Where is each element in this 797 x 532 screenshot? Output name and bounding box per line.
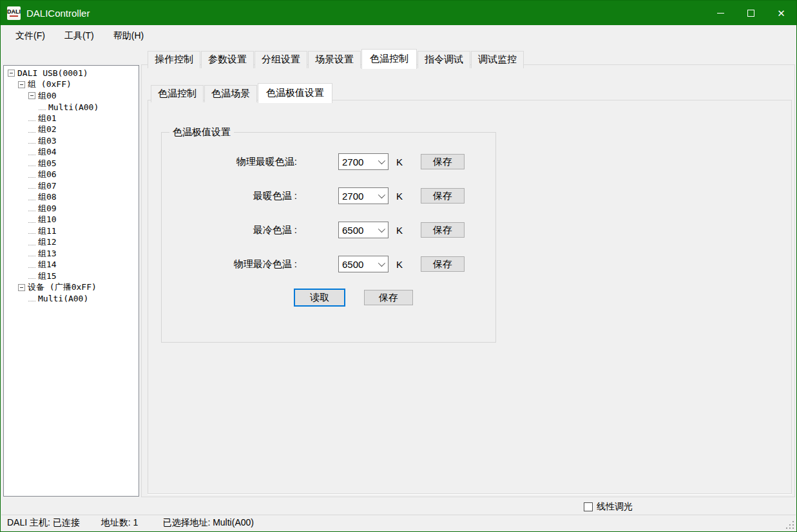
maximize-icon bbox=[747, 10, 754, 17]
tree-node[interactable]: 组12 bbox=[4, 237, 139, 249]
main-tab[interactable]: 参数设置 bbox=[201, 51, 254, 68]
tree-node[interactable]: 组13 bbox=[4, 248, 139, 260]
cct-value-combobox[interactable]: 6500 bbox=[338, 256, 389, 272]
status-address-count: 地址数: 1 bbox=[101, 517, 139, 529]
cct-value-combobox[interactable]: 6500 bbox=[338, 222, 389, 238]
tree-node[interactable]: 组06 bbox=[4, 169, 139, 181]
tree-collapse-icon[interactable] bbox=[8, 70, 15, 77]
cct-field-label: 最冷色温 : bbox=[162, 224, 297, 236]
tree-node[interactable]: 组04 bbox=[4, 147, 139, 158]
main-tab-label: 操作控制 bbox=[155, 53, 193, 64]
read-button[interactable]: 读取 bbox=[295, 290, 344, 305]
resize-grip[interactable] bbox=[786, 521, 794, 529]
tree-node-label: 组01 bbox=[38, 113, 57, 124]
menu-item[interactable]: 工具(T) bbox=[55, 25, 104, 47]
tree-node[interactable]: 组14 bbox=[4, 260, 139, 271]
tree-node-label: 组00 bbox=[38, 90, 57, 102]
tree-node[interactable]: 组01 bbox=[4, 113, 139, 124]
app-icon-letters: DALI bbox=[7, 9, 21, 15]
main-tab[interactable]: 场景设置 bbox=[308, 51, 361, 68]
cct-field-label: 物理最冷色温 : bbox=[162, 258, 297, 271]
tree-branch-line bbox=[28, 262, 35, 268]
row-save-button[interactable]: 保存 bbox=[421, 188, 465, 204]
menu-item-label: 文件(F) bbox=[15, 30, 45, 42]
tree-node[interactable]: 设备 (广播0xFF) bbox=[4, 282, 139, 294]
main-tab[interactable]: 分组设置 bbox=[254, 51, 307, 68]
minimize-button[interactable] bbox=[706, 1, 736, 25]
tree-branch-line bbox=[28, 251, 35, 256]
tree-branch-line bbox=[28, 160, 35, 166]
tree-branch-line bbox=[28, 172, 35, 178]
main-tab-strip: 操作控制 参数设置 分组设置 场景设置 色温控制 指令调试 调试监控 bbox=[148, 49, 524, 68]
cct-field-label: 物理最暖色温: bbox=[162, 156, 297, 168]
tree-node-label: 组 (0xFF) bbox=[28, 79, 72, 90]
tree-node-label: 组05 bbox=[38, 158, 57, 169]
tree-node[interactable]: 组15 bbox=[4, 271, 139, 282]
cct-value-combobox[interactable]: 2700 bbox=[338, 153, 389, 170]
tree-node[interactable]: 组09 bbox=[4, 203, 139, 214]
cct-subtab[interactable]: 色温极值设置 bbox=[258, 83, 332, 103]
main-tab-label: 调试监控 bbox=[478, 53, 517, 64]
row-save-button[interactable]: 保存 bbox=[421, 222, 465, 238]
tree-branch-line bbox=[28, 195, 35, 200]
combobox-value: 2700 bbox=[342, 157, 378, 167]
main-tab[interactable]: 指令调试 bbox=[418, 51, 470, 68]
tree-branch-line bbox=[39, 104, 46, 110]
tree-node-label: 设备 (广播0xFF) bbox=[28, 281, 97, 293]
main-tab[interactable]: 操作控制 bbox=[148, 51, 200, 68]
tree-node[interactable]: 组07 bbox=[4, 180, 139, 192]
combobox-value: 6500 bbox=[342, 225, 378, 236]
tree-node[interactable]: DALI USB(0001) bbox=[4, 68, 139, 79]
tree-node[interactable]: 组11 bbox=[4, 225, 139, 237]
maximize-button[interactable] bbox=[736, 1, 766, 25]
tree-branch-line bbox=[28, 115, 35, 121]
tree-node[interactable]: 组00 bbox=[4, 90, 139, 102]
tree-node-label: 组10 bbox=[38, 214, 57, 225]
menu-item[interactable]: 帮助(H) bbox=[104, 25, 153, 47]
menu-item[interactable]: 文件(F) bbox=[6, 25, 55, 47]
main-tab[interactable]: 色温控制 bbox=[361, 49, 417, 69]
cct-value-combobox[interactable]: 2700 bbox=[338, 187, 389, 204]
row-save-button[interactable]: 保存 bbox=[421, 154, 465, 169]
tree-node-label: 组11 bbox=[38, 225, 57, 237]
cct-subtab[interactable]: 色温控制 bbox=[151, 85, 204, 102]
tree-node[interactable]: 组10 bbox=[4, 214, 139, 226]
kelvin-unit-label: K bbox=[396, 225, 405, 236]
save-all-button[interactable]: 保存 bbox=[364, 290, 413, 305]
titlebar[interactable]: DALI DALIController ✕ bbox=[1, 1, 796, 25]
tree-node[interactable]: 组08 bbox=[4, 192, 139, 204]
linear-dimming-checkbox[interactable] bbox=[584, 502, 593, 511]
tree-node[interactable]: Multi(A00) bbox=[4, 102, 139, 113]
tree-node[interactable]: Multi(A00) bbox=[4, 293, 139, 305]
tree-collapse-icon[interactable] bbox=[18, 284, 25, 291]
tree-branch-line bbox=[28, 138, 35, 144]
tree-node[interactable]: 组 (0xFF) bbox=[4, 79, 139, 91]
tree-node[interactable]: 组02 bbox=[4, 124, 139, 136]
tree-node-label: 组02 bbox=[38, 124, 57, 135]
linear-dimming-option[interactable]: 线性调光 bbox=[584, 501, 633, 513]
cct-limits-groupbox: 色温极值设置 物理最暖色温: 2700 K 保存 最暖色温 : 270 bbox=[161, 132, 496, 343]
menu-item-label: 工具(T) bbox=[64, 30, 94, 42]
row-save-button[interactable]: 保存 bbox=[421, 256, 465, 272]
tree-node-label: 组03 bbox=[38, 135, 57, 147]
chevron-down-icon bbox=[378, 225, 385, 233]
tree-collapse-icon[interactable] bbox=[28, 92, 35, 99]
tree-node[interactable]: 组03 bbox=[4, 135, 139, 147]
action-button-row: 读取 保存 bbox=[295, 290, 495, 305]
status-selected-address: 已选择地址: Multi(A00) bbox=[162, 517, 254, 529]
tree-collapse-icon[interactable] bbox=[18, 81, 25, 88]
minimize-icon bbox=[717, 13, 724, 14]
main-tab[interactable]: 调试监控 bbox=[471, 51, 524, 68]
cct-field-row: 最冷色温 : 6500 K 保存 bbox=[162, 222, 495, 238]
tree-node-label: 组15 bbox=[38, 271, 57, 282]
cct-subtab-label: 色温控制 bbox=[158, 88, 197, 99]
close-button[interactable]: ✕ bbox=[766, 1, 796, 25]
tree-node[interactable]: 组05 bbox=[4, 158, 139, 169]
cct-subtab[interactable]: 色温场景 bbox=[204, 85, 257, 102]
tree-node-label: 组04 bbox=[38, 146, 57, 158]
combobox-value: 6500 bbox=[342, 259, 378, 270]
cct-subtab-label: 色温场景 bbox=[211, 88, 250, 99]
kelvin-unit-label: K bbox=[396, 191, 405, 202]
cct-subtab-strip: 色温控制 色温场景 色温极值设置 bbox=[151, 83, 333, 102]
tree-branch-line bbox=[28, 205, 35, 211]
